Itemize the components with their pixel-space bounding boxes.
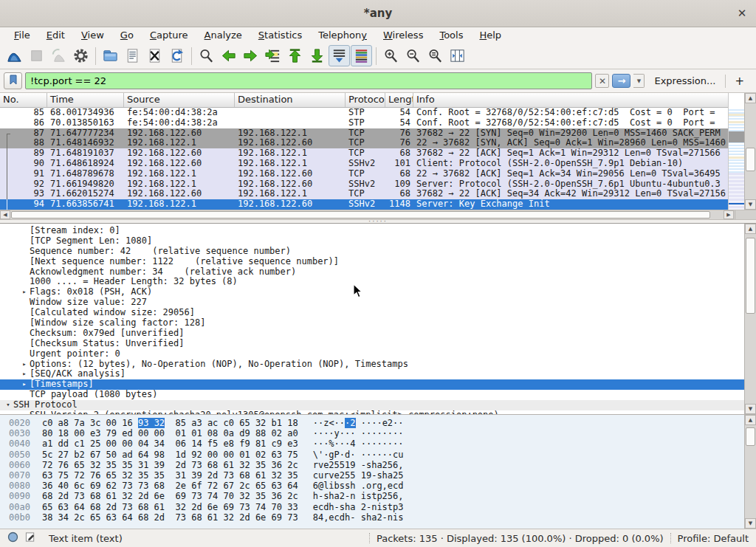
menu-wireless[interactable]: Wireless	[375, 29, 431, 41]
expander-collapsed-icon[interactable]: ▸	[19, 359, 30, 370]
expert-info-icon[interactable]	[7, 531, 18, 545]
detail-field[interactable]: TCP payload (1080 bytes)	[0, 390, 744, 400]
detail-field[interactable]: [Stream index: 0]	[0, 226, 744, 236]
packet-row-89[interactable]: 8971.648191037192.168.122.60192.168.122.…	[0, 148, 728, 159]
scroll-up-arrow-icon[interactable]: ▲	[745, 415, 756, 425]
capture-options-button[interactable]	[70, 45, 92, 66]
filter-dropdown-caret[interactable]: ▼	[633, 74, 645, 88]
scroll-track[interactable]	[745, 103, 756, 199]
titlebar[interactable]: *any ✕	[0, 0, 756, 27]
profile-status[interactable]: Profile: Default	[678, 533, 749, 544]
menu-file[interactable]: File	[6, 29, 38, 41]
packet-row-87[interactable]: 8771.647777234192.168.122.60192.168.122.…	[0, 128, 728, 139]
zoom-original-button[interactable]	[425, 45, 446, 66]
ascii-bytes[interactable]: rve25519 -sha256,	[313, 460, 404, 470]
column-header-time[interactable]: Time	[47, 93, 124, 107]
hex-bytes[interactable]: 5c 27 b2 67 50 ad 64 98 1d 92 00 00 01 0…	[42, 450, 298, 460]
packet-row-86[interactable]: 8670.013850163fe:54:00:d4:38:2aSTP54Conf…	[0, 118, 728, 128]
ascii-bytes[interactable]: ···%···4 ········	[313, 438, 404, 449]
ascii-bytes[interactable]: curve255 19-sha25	[313, 470, 404, 481]
scroll-thumb[interactable]	[746, 427, 755, 446]
packet-row-85[interactable]: 8568.001734936fe:54:00:d4:38:2aSTP54Conf…	[0, 108, 728, 118]
detail-node[interactable]: ▸Flags: 0x018 (PSH, ACK)	[0, 287, 744, 297]
detail-field[interactable]: [Next sequence number: 1122 (relative se…	[0, 257, 744, 267]
column-header-len[interactable]: Length	[385, 93, 413, 107]
hex-row-0090[interactable]: 009068 2d 73 68 61 32 2d 6e 69 73 74 70 …	[9, 491, 744, 501]
detail-field[interactable]: Window size value: 227	[0, 297, 744, 308]
scroll-up-arrow-icon[interactable]: ▲	[745, 93, 756, 103]
detail-field[interactable]: [TCP Segment Len: 1080]	[0, 236, 744, 247]
hex-row-0030[interactable]: 003080 18 00 e3 79 ed 00 00 01 01 08 0a …	[9, 428, 744, 438]
zoom-out-button[interactable]	[402, 45, 424, 66]
bytes-vscrollbar[interactable]: ▲ ▼	[744, 415, 756, 529]
add-filter-button[interactable]: +	[729, 75, 750, 88]
ascii-bytes[interactable]: ····y··· ········	[313, 428, 404, 438]
packet-row-94[interactable]: 9471.663856741192.168.122.1192.168.122.6…	[0, 199, 728, 210]
menu-statistics[interactable]: Statistics	[250, 29, 310, 41]
details-vscrollbar[interactable]: ▲ ▼	[744, 224, 756, 414]
selected-ascii[interactable]: ·2	[345, 418, 355, 428]
ascii-bytes[interactable]: \'·gP·d· ······cu	[313, 450, 404, 460]
go-to-packet-button[interactable]	[262, 45, 284, 66]
ascii-bytes[interactable]: h-sha2-n istp256,	[313, 491, 404, 501]
find-packet-button[interactable]	[196, 45, 217, 66]
hex-bytes[interactable]: 68 2d 73 68 61 32 2d 6e 69 73 74 70 32 3…	[42, 491, 298, 501]
detail-node[interactable]: ▸[SEQ/ACK analysis]	[0, 369, 744, 379]
scroll-track[interactable]	[745, 425, 756, 518]
zoom-in-button[interactable]	[380, 45, 402, 66]
menu-help[interactable]: Help	[471, 29, 509, 41]
packet-list-vscrollbar[interactable]: ▲ ▼	[744, 93, 756, 210]
close-file-button[interactable]	[144, 45, 165, 66]
hex-bytes[interactable]: c0 a8 7a 3c 00 16 93 32 85 a3 ac c0 65 3…	[42, 418, 298, 428]
auto-scroll-button[interactable]	[329, 45, 350, 66]
column-header-dst[interactable]: Destination	[235, 93, 346, 107]
detail-field[interactable]: Sequence number: 42 (relative sequence n…	[0, 247, 744, 257]
menu-edit[interactable]: Edit	[38, 29, 73, 41]
go-last-button[interactable]	[306, 45, 328, 66]
scroll-down-arrow-icon[interactable]: ▼	[745, 404, 756, 414]
selected-bytes[interactable]: 93 32	[138, 418, 165, 428]
open-file-button[interactable]	[100, 45, 121, 66]
detail-field[interactable]: [Window size scaling factor: 128]	[0, 318, 744, 328]
scroll-down-arrow-icon[interactable]: ▼	[745, 199, 756, 210]
scroll-thumb[interactable]	[746, 148, 755, 172]
hex-bytes[interactable]: 80 18 00 e3 79 ed 00 00 01 01 08 0a d9 8…	[42, 428, 298, 438]
scroll-track[interactable]	[745, 234, 756, 404]
hex-bytes[interactable]: 63 75 72 76 65 32 35 35 31 39 2d 73 68 6…	[42, 470, 298, 481]
menu-go[interactable]: Go	[112, 29, 142, 41]
scroll-down-arrow-icon[interactable]: ▼	[745, 518, 756, 529]
expander-expanded-icon[interactable]: ▾	[3, 400, 13, 410]
hex-row-0070[interactable]: 007063 75 72 76 65 32 35 35 31 39 2d 73 …	[9, 470, 744, 481]
detail-field[interactable]: Acknowledgment number: 34 (relative ack …	[0, 267, 744, 278]
filter-clear-button[interactable]: ✕	[595, 74, 609, 88]
hex-row-00a0[interactable]: 00a065 63 64 68 2d 73 68 61 32 2d 6e 69 …	[9, 502, 744, 512]
expander-collapsed-icon[interactable]: ▸	[19, 287, 30, 297]
save-file-button[interactable]	[122, 45, 143, 66]
display-filter-input[interactable]: !tcp.port == 22	[25, 72, 592, 89]
reload-file-button[interactable]	[166, 45, 188, 66]
packet-row-90[interactable]: 9071.648618924192.168.122.60192.168.122.…	[0, 159, 728, 169]
hex-row-0080[interactable]: 008036 40 6c 69 62 73 73 68 2e 6f 72 67 …	[9, 481, 744, 491]
detail-node[interactable]: ▾SSH Protocol	[0, 400, 744, 410]
menu-telephony[interactable]: Telephony	[310, 29, 375, 41]
filter-apply-button[interactable]: →	[612, 74, 630, 88]
hex-row-00b0[interactable]: 00b038 34 2c 65 63 64 68 2d 73 68 61 32 …	[9, 512, 744, 523]
ascii-bytes[interactable]: ··z<···2 ····e2··	[313, 418, 404, 428]
scroll-up-arrow-icon[interactable]: ▲	[745, 224, 756, 234]
go-back-button[interactable]	[218, 45, 239, 66]
resize-columns-button[interactable]	[447, 45, 468, 66]
menu-analyze[interactable]: Analyze	[196, 29, 250, 41]
expander-collapsed-icon[interactable]: ▸	[19, 379, 30, 390]
scroll-left-arrow-icon[interactable]: ◀	[0, 210, 10, 219]
detail-node[interactable]: ▸[Timestamps]	[0, 379, 744, 390]
detail-node[interactable]: ▸Options: (12 bytes), No-Operation (NOP)…	[0, 359, 744, 370]
detail-field[interactable]: [Checksum Status: Unverified]	[0, 339, 744, 349]
expression-button[interactable]: Expression...	[647, 75, 722, 86]
hex-row-0020[interactable]: 0020c0 a8 7a 3c 00 16 93 32 85 a3 ac c0 …	[9, 418, 744, 428]
packet-list-hscrollbar[interactable]: ◀ ▶	[0, 210, 756, 219]
go-first-button[interactable]	[284, 45, 306, 66]
detail-field[interactable]: Checksum: 0x79ed [unverified]	[0, 328, 744, 339]
close-window-button[interactable]: ✕	[735, 6, 749, 21]
colorize-button[interactable]	[351, 45, 372, 66]
hex-row-0050[interactable]: 00505c 27 b2 67 50 ad 64 98 1d 92 00 00 …	[9, 450, 744, 460]
